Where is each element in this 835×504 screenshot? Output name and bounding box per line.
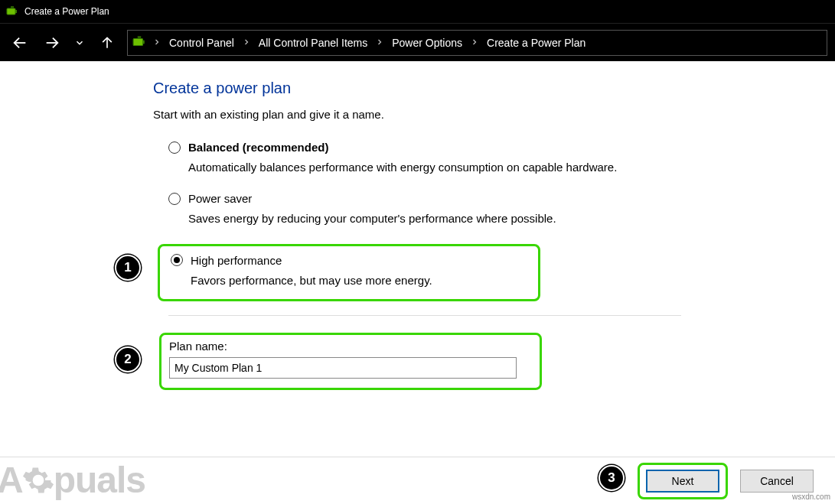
- page-title: Create a power plan: [153, 80, 835, 97]
- next-button[interactable]: Next: [646, 470, 719, 493]
- breadcrumb-power-options[interactable]: Power Options: [389, 35, 465, 50]
- battery-icon: [132, 35, 148, 50]
- chevron-right-icon: [242, 37, 251, 49]
- breadcrumb-create-power-plan[interactable]: Create a Power Plan: [484, 35, 589, 50]
- title-bar: Create a Power Plan: [0, 0, 835, 23]
- address-bar[interactable]: Control Panel All Control Panel Items Po…: [127, 30, 827, 56]
- highlight-plan-name: Plan name:: [159, 333, 542, 390]
- plan-name-label: Plan name:: [169, 340, 532, 353]
- plan-label: Power saver: [188, 192, 252, 205]
- chevron-right-icon: [152, 37, 161, 49]
- recent-locations-button[interactable]: [72, 31, 87, 55]
- breadcrumb-label: All Control Panel Items: [259, 37, 367, 49]
- power-plan-options: Balanced (recommended) Automatically bal…: [168, 141, 704, 390]
- svg-rect-0: [7, 8, 15, 15]
- radio-balanced[interactable]: [168, 141, 181, 154]
- window-title: Create a Power Plan: [24, 6, 109, 17]
- svg-rect-4: [143, 40, 145, 44]
- plan-option-high-performance[interactable]: High performance Favors performance, but…: [171, 254, 527, 288]
- plan-description: Favors performance, but may use more ene…: [191, 273, 527, 288]
- highlight-next-button: 3 Next: [638, 463, 728, 499]
- forward-button[interactable]: [40, 31, 64, 55]
- chevron-right-icon: [470, 37, 479, 49]
- breadcrumb-label: Create a Power Plan: [487, 37, 585, 49]
- svg-rect-3: [133, 38, 142, 45]
- plan-description: Automatically balances performance with …: [188, 160, 704, 175]
- watermark-text: A: [0, 459, 23, 501]
- radio-power-saver[interactable]: [168, 193, 181, 205]
- page-subtitle: Start with an existing plan and give it …: [153, 108, 835, 121]
- up-button[interactable]: [95, 31, 119, 55]
- battery-icon: [6, 5, 18, 18]
- breadcrumb-control-panel[interactable]: Control Panel: [166, 35, 237, 50]
- breadcrumb-label: Power Options: [392, 37, 462, 49]
- callout-badge-1: 1: [115, 255, 141, 281]
- callout-badge-3: 3: [599, 465, 625, 491]
- navigation-bar: Control Panel All Control Panel Items Po…: [0, 23, 835, 61]
- callout-badge-2: 2: [115, 346, 141, 372]
- watermark-logo: A puals: [0, 459, 145, 501]
- plan-label: Balanced (recommended): [188, 141, 328, 154]
- svg-rect-1: [15, 10, 17, 13]
- svg-rect-2: [11, 6, 14, 8]
- page-content: Create a power plan Start with an existi…: [0, 61, 835, 390]
- plan-option-balanced[interactable]: Balanced (recommended) Automatically bal…: [168, 141, 704, 175]
- divider: [168, 315, 681, 316]
- plan-name-input[interactable]: [169, 357, 517, 379]
- breadcrumb-all-items[interactable]: All Control Panel Items: [256, 35, 370, 50]
- gear-icon: [21, 463, 55, 497]
- back-button[interactable]: [8, 31, 32, 55]
- chevron-right-icon: [375, 37, 384, 49]
- source-attribution: wsxdn.com: [792, 493, 830, 501]
- breadcrumb-label: Control Panel: [169, 37, 234, 49]
- cancel-button[interactable]: Cancel: [740, 470, 814, 493]
- watermark-text: puals: [54, 459, 145, 501]
- highlight-high-performance: High performance Favors performance, but…: [158, 244, 540, 301]
- radio-high-performance[interactable]: [171, 254, 183, 266]
- plan-label: High performance: [191, 254, 282, 267]
- svg-rect-5: [138, 36, 142, 38]
- plan-option-power-saver[interactable]: Power saver Saves energy by reducing you…: [168, 192, 704, 226]
- plan-description: Saves energy by reducing your computer's…: [188, 211, 704, 226]
